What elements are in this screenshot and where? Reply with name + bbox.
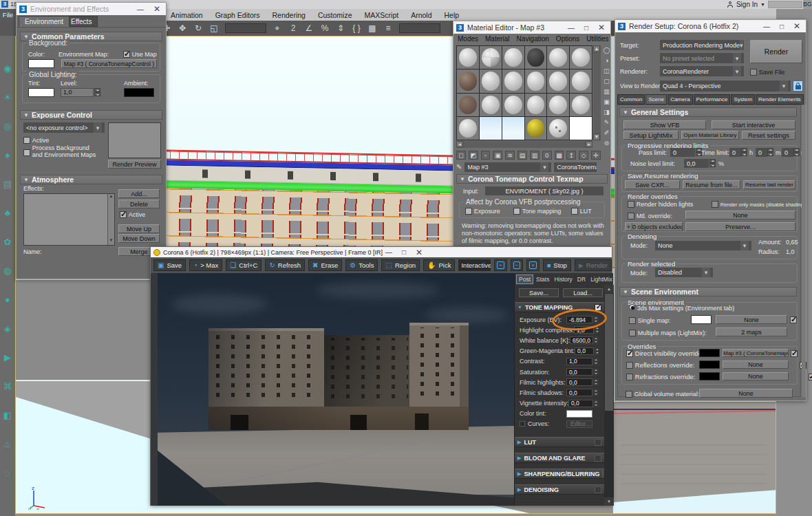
sign-in-button[interactable]: Sign In▼ [727,0,765,9]
toolbar-icon-rotate[interactable]: ↻ [193,23,203,33]
zoom-reset-button[interactable]: × [526,259,539,271]
mat-action-8[interactable]: ▩ [555,151,564,160]
close-icon[interactable]: ✕ [793,21,800,31]
menu-help[interactable]: Help [445,11,460,19]
material-slot-11-light[interactable] [547,69,569,92]
vfb-tab-history[interactable]: History [552,275,574,284]
lightmix-dropdown[interactable]: Interactive LightMix▾ [458,259,490,271]
resume-file-button[interactable]: Resume from file... [683,180,740,189]
map-name-dropdown[interactable]: Map #3▾ [464,162,551,172]
mat-action-10[interactable]: ◇ [579,151,588,160]
process-background-checkbox[interactable]: Process Backgroundand Environment Maps [23,144,96,158]
toolbar-icon-use-center[interactable]: ⌖ [273,23,282,33]
sun-icon[interactable]: ☀ [2,92,13,103]
vfb-save-button[interactable]: Save... [519,288,559,297]
single-map-button[interactable]: None [716,315,787,324]
material-slot-9-light[interactable] [502,69,524,92]
mat-menu-material[interactable]: Material [485,35,510,43]
rs-tab-system[interactable]: System [731,94,755,105]
vfb--max-button[interactable]: ◔> Max [189,259,222,271]
rollout-corona-tonemap[interactable]: ▼Corona Tonemap Control Texmap [456,174,608,184]
rs-scrollbar[interactable] [802,105,806,397]
sphere-icon[interactable]: ● [2,294,13,305]
note-icon[interactable]: ▤ [2,179,13,190]
mat-tool-6[interactable]: ◨ [603,109,610,116]
mat-action-11[interactable]: ✛ [591,151,601,160]
use-map-checkbox[interactable]: Use Map [123,50,157,58]
time-m-field[interactable]: 0 [756,148,767,157]
single-map-checkbox[interactable]: Single map: [629,316,670,324]
mat-menu-modes[interactable]: Modes [458,35,478,43]
toolbar-icon-scale[interactable]: ◱ [209,23,219,33]
leaf-icon[interactable]: ✿ [2,237,13,248]
workspace-button[interactable] [768,1,802,8]
tonemap-row-curves-[interactable]: Curves:Editor... [515,419,604,429]
rollout-general-settings[interactable]: ▼General Settings [619,107,797,117]
select-region-icon[interactable]: ◈ [2,323,13,334]
vfb-ctrl-c-button[interactable]: ❏Ctrl+C [226,259,261,271]
add-button[interactable]: Add... [118,189,160,198]
close-icon[interactable]: ✕ [598,23,605,32]
vfb-tab-lightmix[interactable]: LightMix [588,275,615,284]
material-slot-8-light[interactable] [480,69,502,92]
material-slot-19-light[interactable] [457,117,479,140]
tab-effects[interactable]: Effects [65,16,98,27]
toolbar-icon-align[interactable]: ≡ [383,23,393,33]
material-slot-21-sky[interactable] [502,117,524,140]
material-slot-22-gold[interactable] [525,117,547,140]
view-dropdown[interactable]: Quad 4 - Perspective▾ [660,80,791,92]
minimize-icon[interactable]: — [137,6,144,13]
mat-tool-3[interactable]: ▢ [603,78,610,85]
pick-material-icon[interactable]: ✎ [456,163,462,171]
vfb-render-button[interactable]: ▶Render [575,259,612,271]
delete-button[interactable]: Delete [118,200,160,208]
rollout-atmosphere[interactable]: ▼Atmosphere [20,175,162,184]
save-file-checkbox[interactable]: Save File [750,68,784,76]
map-type-button[interactable]: CoronaTonema... [554,162,597,172]
mat-tool-4[interactable]: ▥ [603,88,610,95]
direct-visibility-checkbox[interactable]: Direct visibility override: [626,350,704,357]
torus-icon[interactable]: ◍ [2,266,13,277]
menu-customize[interactable]: Customize [318,11,352,19]
vfb-region-button[interactable]: ⬚Region [381,259,420,271]
material-slot-18-light[interactable] [570,94,592,116]
mat-action-1[interactable]: ◩ [469,151,478,160]
mat-action-9[interactable]: ↥ [566,151,576,160]
material-slot-17-light[interactable] [547,94,569,116]
zoom-out-button[interactable]: − [511,259,524,271]
menu-maxscript[interactable]: MAXScript [365,11,399,19]
lock-view-icon[interactable] [793,80,803,92]
toolbar-icon-layer-dropdown[interactable] [399,23,440,33]
material-slot-16-light[interactable] [525,94,547,116]
minimize-icon[interactable]: — [763,23,770,30]
rollout-scene-environment[interactable]: ▼Scene Environment [619,287,797,297]
mat-tool-9[interactable]: ⊜ [604,140,610,147]
toolbar-icon-coord-dropdown[interactable] [225,23,266,33]
level-field[interactable]: 1,0 [61,88,94,97]
mat-action-6[interactable]: ▥ [530,151,539,160]
rs-tab-common[interactable]: Common [617,94,645,105]
radius-value[interactable]: 1,0 [786,248,795,255]
material-slot-5-light[interactable] [547,46,569,69]
direct-use-checkbox[interactable] [791,350,798,357]
tonemap-row-filmic-shadows-[interactable]: Filmic shadows:0,0 [515,387,604,398]
multi-maps-button[interactable]: 2 maps [716,327,787,336]
mat-tool-2[interactable]: ◫ [603,67,610,74]
material-slot-6-light[interactable] [570,46,592,69]
refr-swatch[interactable] [699,372,720,380]
save-cxr-button[interactable]: Save CXR... [625,180,680,189]
mat-tool-5[interactable]: ▣ [603,98,610,105]
maximize-icon[interactable]: □ [584,24,588,32]
move-up-button[interactable]: Move Up [118,224,160,233]
reflections-checkbox[interactable]: Reflections override: [626,361,694,369]
section-denoising[interactable]: ▶DENOISING [515,484,604,495]
vfb-tab-post[interactable]: Post [516,275,533,284]
single-map-swatch[interactable] [691,315,712,324]
mat-tool-1[interactable]: ◑ [605,57,608,64]
background-color-swatch[interactable] [28,59,54,68]
menu-arnold[interactable]: Arnold [411,11,431,19]
mat-action-7[interactable]: 0 [542,151,552,160]
maximize-icon[interactable]: □ [402,248,406,256]
mat-menu-utilities[interactable]: Utilities [586,35,608,43]
material-slot-4-dark[interactable] [525,46,547,69]
